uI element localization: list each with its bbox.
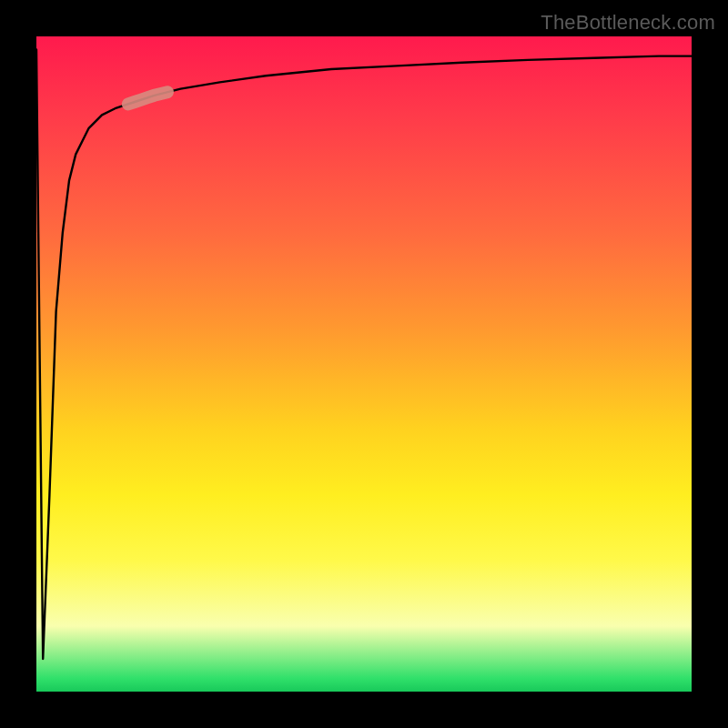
watermark-text: TheBottleneck.com	[541, 11, 715, 35]
chart-plot-area	[36, 36, 692, 692]
chart-stage: TheBottleneck.com	[0, 0, 728, 728]
